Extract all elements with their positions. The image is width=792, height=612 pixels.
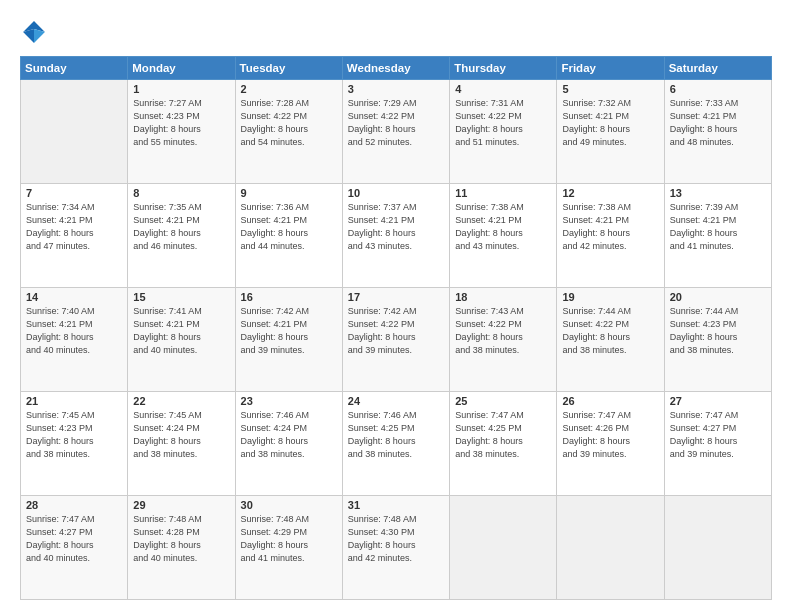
day-info: Sunrise: 7:37 AM Sunset: 4:21 PM Dayligh…	[348, 201, 444, 253]
day-info: Sunrise: 7:48 AM Sunset: 4:30 PM Dayligh…	[348, 513, 444, 565]
day-number: 31	[348, 499, 444, 511]
day-cell: 31Sunrise: 7:48 AM Sunset: 4:30 PM Dayli…	[342, 496, 449, 600]
day-cell: 10Sunrise: 7:37 AM Sunset: 4:21 PM Dayli…	[342, 184, 449, 288]
day-info: Sunrise: 7:47 AM Sunset: 4:27 PM Dayligh…	[670, 409, 766, 461]
day-info: Sunrise: 7:38 AM Sunset: 4:21 PM Dayligh…	[562, 201, 658, 253]
day-cell: 18Sunrise: 7:43 AM Sunset: 4:22 PM Dayli…	[450, 288, 557, 392]
day-number: 11	[455, 187, 551, 199]
day-cell: 7Sunrise: 7:34 AM Sunset: 4:21 PM Daylig…	[21, 184, 128, 288]
day-info: Sunrise: 7:46 AM Sunset: 4:24 PM Dayligh…	[241, 409, 337, 461]
day-cell	[557, 496, 664, 600]
header-row: SundayMondayTuesdayWednesdayThursdayFrid…	[21, 57, 772, 80]
day-info: Sunrise: 7:42 AM Sunset: 4:21 PM Dayligh…	[241, 305, 337, 357]
day-number: 14	[26, 291, 122, 303]
day-info: Sunrise: 7:47 AM Sunset: 4:27 PM Dayligh…	[26, 513, 122, 565]
day-number: 19	[562, 291, 658, 303]
week-row-4: 28Sunrise: 7:47 AM Sunset: 4:27 PM Dayli…	[21, 496, 772, 600]
day-cell: 4Sunrise: 7:31 AM Sunset: 4:22 PM Daylig…	[450, 80, 557, 184]
week-row-2: 14Sunrise: 7:40 AM Sunset: 4:21 PM Dayli…	[21, 288, 772, 392]
day-cell: 1Sunrise: 7:27 AM Sunset: 4:23 PM Daylig…	[128, 80, 235, 184]
day-number: 30	[241, 499, 337, 511]
day-info: Sunrise: 7:45 AM Sunset: 4:24 PM Dayligh…	[133, 409, 229, 461]
day-info: Sunrise: 7:44 AM Sunset: 4:22 PM Dayligh…	[562, 305, 658, 357]
calendar-table: SundayMondayTuesdayWednesdayThursdayFrid…	[20, 56, 772, 600]
page: SundayMondayTuesdayWednesdayThursdayFrid…	[0, 0, 792, 612]
header-cell-wednesday: Wednesday	[342, 57, 449, 80]
header	[20, 18, 772, 46]
day-info: Sunrise: 7:45 AM Sunset: 4:23 PM Dayligh…	[26, 409, 122, 461]
day-cell: 29Sunrise: 7:48 AM Sunset: 4:28 PM Dayli…	[128, 496, 235, 600]
day-cell: 24Sunrise: 7:46 AM Sunset: 4:25 PM Dayli…	[342, 392, 449, 496]
day-info: Sunrise: 7:47 AM Sunset: 4:25 PM Dayligh…	[455, 409, 551, 461]
day-cell: 17Sunrise: 7:42 AM Sunset: 4:22 PM Dayli…	[342, 288, 449, 392]
week-row-1: 7Sunrise: 7:34 AM Sunset: 4:21 PM Daylig…	[21, 184, 772, 288]
day-cell: 26Sunrise: 7:47 AM Sunset: 4:26 PM Dayli…	[557, 392, 664, 496]
header-cell-monday: Monday	[128, 57, 235, 80]
day-cell: 19Sunrise: 7:44 AM Sunset: 4:22 PM Dayli…	[557, 288, 664, 392]
day-number: 25	[455, 395, 551, 407]
day-info: Sunrise: 7:31 AM Sunset: 4:22 PM Dayligh…	[455, 97, 551, 149]
day-cell	[664, 496, 771, 600]
day-info: Sunrise: 7:47 AM Sunset: 4:26 PM Dayligh…	[562, 409, 658, 461]
header-cell-thursday: Thursday	[450, 57, 557, 80]
day-info: Sunrise: 7:39 AM Sunset: 4:21 PM Dayligh…	[670, 201, 766, 253]
day-info: Sunrise: 7:44 AM Sunset: 4:23 PM Dayligh…	[670, 305, 766, 357]
day-cell: 5Sunrise: 7:32 AM Sunset: 4:21 PM Daylig…	[557, 80, 664, 184]
day-number: 20	[670, 291, 766, 303]
day-number: 6	[670, 83, 766, 95]
day-number: 3	[348, 83, 444, 95]
day-cell: 16Sunrise: 7:42 AM Sunset: 4:21 PM Dayli…	[235, 288, 342, 392]
day-number: 27	[670, 395, 766, 407]
day-info: Sunrise: 7:32 AM Sunset: 4:21 PM Dayligh…	[562, 97, 658, 149]
day-info: Sunrise: 7:43 AM Sunset: 4:22 PM Dayligh…	[455, 305, 551, 357]
day-info: Sunrise: 7:27 AM Sunset: 4:23 PM Dayligh…	[133, 97, 229, 149]
day-info: Sunrise: 7:28 AM Sunset: 4:22 PM Dayligh…	[241, 97, 337, 149]
calendar-body: 1Sunrise: 7:27 AM Sunset: 4:23 PM Daylig…	[21, 80, 772, 600]
day-cell: 30Sunrise: 7:48 AM Sunset: 4:29 PM Dayli…	[235, 496, 342, 600]
day-number: 16	[241, 291, 337, 303]
week-row-0: 1Sunrise: 7:27 AM Sunset: 4:23 PM Daylig…	[21, 80, 772, 184]
day-number: 1	[133, 83, 229, 95]
day-number: 9	[241, 187, 337, 199]
day-number: 7	[26, 187, 122, 199]
day-number: 2	[241, 83, 337, 95]
day-info: Sunrise: 7:38 AM Sunset: 4:21 PM Dayligh…	[455, 201, 551, 253]
day-info: Sunrise: 7:41 AM Sunset: 4:21 PM Dayligh…	[133, 305, 229, 357]
day-info: Sunrise: 7:48 AM Sunset: 4:29 PM Dayligh…	[241, 513, 337, 565]
day-info: Sunrise: 7:29 AM Sunset: 4:22 PM Dayligh…	[348, 97, 444, 149]
day-cell: 20Sunrise: 7:44 AM Sunset: 4:23 PM Dayli…	[664, 288, 771, 392]
day-cell: 12Sunrise: 7:38 AM Sunset: 4:21 PM Dayli…	[557, 184, 664, 288]
day-info: Sunrise: 7:36 AM Sunset: 4:21 PM Dayligh…	[241, 201, 337, 253]
day-number: 21	[26, 395, 122, 407]
day-info: Sunrise: 7:40 AM Sunset: 4:21 PM Dayligh…	[26, 305, 122, 357]
day-cell	[450, 496, 557, 600]
day-info: Sunrise: 7:34 AM Sunset: 4:21 PM Dayligh…	[26, 201, 122, 253]
logo	[20, 18, 52, 46]
day-cell: 15Sunrise: 7:41 AM Sunset: 4:21 PM Dayli…	[128, 288, 235, 392]
day-cell: 21Sunrise: 7:45 AM Sunset: 4:23 PM Dayli…	[21, 392, 128, 496]
day-cell: 14Sunrise: 7:40 AM Sunset: 4:21 PM Dayli…	[21, 288, 128, 392]
day-number: 24	[348, 395, 444, 407]
day-cell: 27Sunrise: 7:47 AM Sunset: 4:27 PM Dayli…	[664, 392, 771, 496]
day-number: 10	[348, 187, 444, 199]
header-cell-sunday: Sunday	[21, 57, 128, 80]
day-cell: 28Sunrise: 7:47 AM Sunset: 4:27 PM Dayli…	[21, 496, 128, 600]
day-cell: 11Sunrise: 7:38 AM Sunset: 4:21 PM Dayli…	[450, 184, 557, 288]
day-number: 8	[133, 187, 229, 199]
week-row-3: 21Sunrise: 7:45 AM Sunset: 4:23 PM Dayli…	[21, 392, 772, 496]
day-cell	[21, 80, 128, 184]
logo-icon	[20, 18, 48, 46]
day-number: 12	[562, 187, 658, 199]
day-info: Sunrise: 7:48 AM Sunset: 4:28 PM Dayligh…	[133, 513, 229, 565]
day-number: 17	[348, 291, 444, 303]
day-info: Sunrise: 7:46 AM Sunset: 4:25 PM Dayligh…	[348, 409, 444, 461]
day-cell: 25Sunrise: 7:47 AM Sunset: 4:25 PM Dayli…	[450, 392, 557, 496]
day-cell: 8Sunrise: 7:35 AM Sunset: 4:21 PM Daylig…	[128, 184, 235, 288]
day-cell: 3Sunrise: 7:29 AM Sunset: 4:22 PM Daylig…	[342, 80, 449, 184]
day-number: 26	[562, 395, 658, 407]
day-cell: 9Sunrise: 7:36 AM Sunset: 4:21 PM Daylig…	[235, 184, 342, 288]
day-number: 28	[26, 499, 122, 511]
header-cell-tuesday: Tuesday	[235, 57, 342, 80]
day-number: 13	[670, 187, 766, 199]
day-cell: 13Sunrise: 7:39 AM Sunset: 4:21 PM Dayli…	[664, 184, 771, 288]
